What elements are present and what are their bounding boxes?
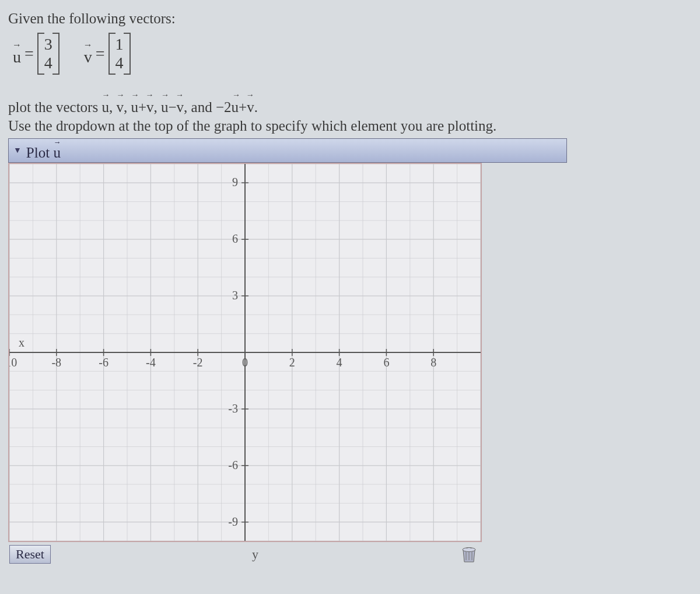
plot-canvas[interactable]: -10-8-6-4-202468-9-6-3369x xyxy=(8,163,482,542)
vector-v-name: → v xyxy=(84,41,92,67)
svg-text:0: 0 xyxy=(242,356,248,369)
vector-u-definition: → u = 3 4 xyxy=(13,33,60,75)
svg-text:-9: -9 xyxy=(228,515,238,528)
svg-text:-4: -4 xyxy=(146,356,156,369)
expr-combo: →→−2u+v xyxy=(216,92,254,116)
vector-definitions: → u = 3 4 → v = 1 4 xyxy=(13,33,692,75)
sep: , xyxy=(184,99,191,115)
svg-text:-2: -2 xyxy=(193,356,203,369)
u-val-1: 4 xyxy=(44,54,52,72)
problem-intro: Given the following vectors: xyxy=(8,11,692,27)
plot-prefix: Plot xyxy=(26,145,54,160)
equals-sign: = xyxy=(24,44,34,63)
expr-v: →v xyxy=(116,92,124,116)
v-letter: v xyxy=(84,48,92,66)
trash-icon[interactable] xyxy=(460,544,478,564)
selected-vector: →u xyxy=(53,140,61,161)
svg-text:-3: -3 xyxy=(228,402,238,415)
v-val-0: 1 xyxy=(116,35,124,54)
plot-instruction-line-1: plot the vectors →u, →v, →→u+v, →→u−v, a… xyxy=(8,92,692,135)
svg-text:-10: -10 xyxy=(9,356,17,369)
svg-text:6: 6 xyxy=(232,232,238,245)
svg-text:-8: -8 xyxy=(51,356,61,369)
svg-text:9: 9 xyxy=(232,176,238,188)
plot-selector-dropdown[interactable]: ▼ Plot →u xyxy=(8,138,567,163)
graph-footer: Reset y xyxy=(8,542,482,564)
arrow-icon: → xyxy=(12,40,20,50)
chevron-down-icon: ▼ xyxy=(13,146,22,155)
svg-text:2: 2 xyxy=(289,356,295,369)
v-val-1: 4 xyxy=(116,54,124,72)
reset-button[interactable]: Reset xyxy=(9,545,51,564)
arrow-icon: → xyxy=(83,40,92,50)
u-val-0: 3 xyxy=(44,35,52,54)
svg-text:8: 8 xyxy=(430,356,436,369)
sep: , xyxy=(109,99,117,115)
vector-v-definition: → v = 1 4 xyxy=(84,33,131,75)
svg-text:3: 3 xyxy=(232,289,238,302)
instruct-prefix: plot the vectors xyxy=(8,99,102,115)
svg-text:-6: -6 xyxy=(99,356,108,369)
sep: , xyxy=(154,99,162,115)
instruct-line-2: Use the dropdown at the top of the graph… xyxy=(8,118,496,134)
equals-sign: = xyxy=(96,44,105,63)
expr-u: →u xyxy=(102,92,109,116)
svg-text:-6: -6 xyxy=(228,459,238,471)
y-axis-label: y xyxy=(252,547,258,562)
svg-point-77 xyxy=(463,547,475,551)
period: . xyxy=(254,99,258,115)
svg-text:4: 4 xyxy=(337,356,342,369)
coordinate-grid: -10-8-6-4-202468-9-6-3369x xyxy=(9,164,481,541)
expr-upv: →→u+v xyxy=(131,92,153,116)
plot-selector-label: Plot →u xyxy=(26,140,61,161)
svg-text:6: 6 xyxy=(383,356,389,369)
u-letter: u xyxy=(13,48,21,66)
vector-u-name: → u xyxy=(13,41,21,67)
svg-text:x: x xyxy=(19,336,24,349)
and-word: and xyxy=(191,99,216,115)
v-column-vector: 1 4 xyxy=(108,33,131,75)
u-column-vector: 3 4 xyxy=(37,33,60,75)
sep: , xyxy=(124,99,131,115)
expr-umv: →→u−v xyxy=(161,92,184,116)
